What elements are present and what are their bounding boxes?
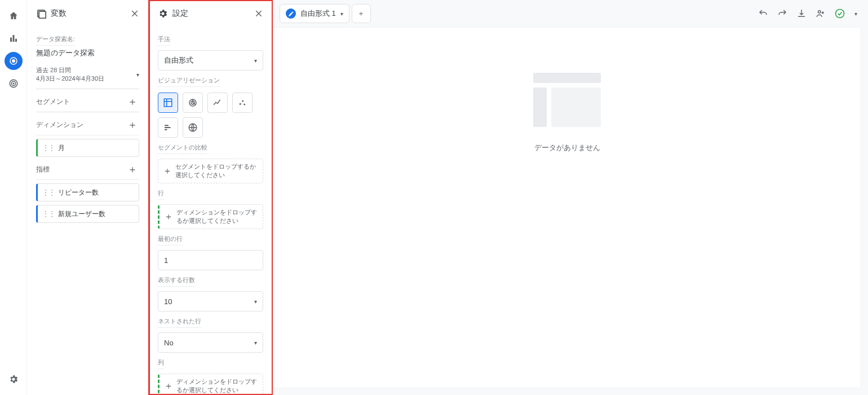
date-range-value: 4月3日～2024年4月30日: [36, 74, 136, 83]
chevron-down-icon: ▾: [136, 72, 139, 78]
variables-header: 変数: [27, 0, 148, 27]
add-segment-button[interactable]: ＋: [126, 95, 139, 108]
first-row-label: 最初の行: [158, 235, 183, 245]
canvas-body: データがありません: [273, 27, 861, 388]
exploration-name-value[interactable]: 無題のデータ探索: [36, 48, 139, 58]
svg-rect-1: [12, 35, 14, 42]
rows-drop-zone[interactable]: ＋ ディメンションをドロップするか選択してください: [158, 204, 263, 229]
close-variables-button[interactable]: [126, 5, 144, 23]
left-nav-rail: [0, 0, 27, 395]
status-button[interactable]: [831, 5, 849, 23]
dimension-chip-label: 月: [58, 143, 65, 153]
technique-select[interactable]: 自由形式 ▾: [158, 50, 263, 71]
svg-point-14: [242, 100, 243, 102]
date-range-picker[interactable]: 過去 28 日間 4月3日～2024年4月30日 ▾: [36, 63, 139, 89]
rows-show-label: 表示する行数: [158, 276, 195, 287]
metrics-label: 指標: [36, 165, 50, 174]
settings-title: 設定: [172, 8, 245, 19]
variables-icon: [36, 8, 46, 19]
chevron-down-icon: ▾: [340, 11, 343, 17]
empty-state-illustration: [533, 73, 601, 129]
rows-label: 行: [158, 189, 164, 200]
metric-chip-label: 新規ユーザー数: [58, 209, 105, 219]
canvas-toolbar: 自由形式 1 ▾ ＋ ▾: [273, 0, 868, 27]
svg-point-18: [836, 10, 844, 18]
nested-rows-value: No: [164, 339, 254, 347]
nav-home-icon[interactable]: [5, 7, 23, 25]
columns-drop-zone[interactable]: ＋ ディメンションをドロップするか選択してください: [158, 374, 263, 395]
variables-panel: 変数 データ探索名: 無題のデータ探索 過去 28 日間 4月3日～2024年4…: [27, 0, 149, 395]
svg-rect-0: [10, 38, 12, 42]
segment-comparison-label: セグメントの比較: [158, 143, 207, 154]
nav-admin-icon[interactable]: [5, 370, 23, 388]
segments-section: セグメント ＋: [36, 89, 139, 112]
rows-show-value: 10: [164, 297, 254, 306]
drag-handle-icon: ⋮⋮: [42, 188, 55, 196]
first-row-input[interactable]: 1: [158, 250, 263, 270]
share-button[interactable]: [812, 5, 830, 23]
columns-drop-text: ディメンションをドロップするか選択してください: [176, 378, 258, 394]
add-tab-button[interactable]: ＋: [352, 4, 371, 23]
svg-point-13: [240, 103, 241, 105]
svg-rect-2: [15, 39, 17, 42]
viz-bar-button[interactable]: [158, 117, 178, 138]
segments-label: セグメント: [36, 97, 70, 107]
exploration-name-label: データ探索名:: [36, 35, 75, 46]
canvas-area: 自由形式 1 ▾ ＋ ▾ データがありません: [273, 0, 868, 395]
dimensions-section: ディメンション ＋: [36, 112, 139, 135]
chevron-down-icon: ▾: [254, 58, 257, 64]
nav-explore-icon[interactable]: [5, 52, 23, 70]
variables-body: データ探索名: 無題のデータ探索 過去 28 日間 4月3日～2024年4月30…: [27, 27, 148, 395]
settings-panel: 設定 手法 自由形式 ▾ ビジュアリゼーション セグメントの比較 ＋ セグメント…: [149, 0, 273, 395]
variables-title: 変数: [51, 8, 121, 19]
visualization-picker: [158, 93, 263, 138]
viz-line-button[interactable]: [207, 93, 228, 113]
columns-label: 列: [158, 358, 164, 369]
visualization-label: ビジュアリゼーション: [158, 76, 220, 87]
rows-drop-text: ディメンションをドロップするか選択してください: [176, 208, 258, 225]
nested-rows-select[interactable]: No ▾: [158, 332, 263, 353]
metrics-section: 指標 ＋: [36, 157, 139, 180]
add-metric-button[interactable]: ＋: [126, 163, 139, 176]
metric-chip[interactable]: ⋮⋮ リピーター数: [36, 183, 139, 201]
close-settings-button[interactable]: [250, 5, 268, 23]
edit-icon: [286, 8, 296, 19]
svg-point-4: [12, 60, 15, 63]
add-dimension-button[interactable]: ＋: [126, 118, 139, 131]
chevron-down-icon: ▾: [254, 340, 257, 346]
first-row-value: 1: [164, 256, 168, 265]
nested-rows-label: ネストされた行: [158, 317, 201, 328]
svg-point-17: [818, 11, 821, 14]
svg-point-15: [243, 104, 245, 106]
drag-handle-icon: ⋮⋮: [42, 210, 55, 218]
segment-drop-zone[interactable]: ＋ セグメントをドロップするか選択してください: [158, 159, 263, 183]
dimensions-label: ディメンション: [36, 120, 83, 130]
viz-geo-button[interactable]: [183, 117, 203, 138]
technique-label: 手法: [158, 35, 170, 46]
nav-reports-icon[interactable]: [5, 29, 23, 47]
drag-handle-icon: ⋮⋮: [42, 144, 55, 152]
rows-show-select[interactable]: 10 ▾: [158, 291, 263, 311]
plus-icon: ＋: [164, 211, 173, 223]
tab-freeform-1[interactable]: 自由形式 1 ▾: [280, 4, 349, 23]
segment-drop-text: セグメントをドロップするか選択してください: [175, 163, 258, 179]
no-data-text: データがありません: [534, 143, 600, 153]
date-range-preset: 過去 28 日間: [36, 66, 136, 74]
svg-rect-10: [164, 99, 172, 107]
viz-donut-button[interactable]: [183, 93, 203, 113]
nav-advertising-icon[interactable]: [5, 74, 23, 93]
dimension-chip[interactable]: ⋮⋮ 月: [36, 139, 139, 157]
undo-button[interactable]: [754, 5, 772, 23]
download-button[interactable]: [792, 5, 811, 23]
svg-point-7: [13, 83, 14, 84]
status-dropdown[interactable]: ▾: [850, 5, 861, 23]
canvas-tools: ▾: [754, 5, 861, 23]
viz-scatter-button[interactable]: [232, 93, 253, 113]
redo-button[interactable]: [773, 5, 791, 23]
settings-header: 設定: [149, 0, 272, 27]
viz-table-button[interactable]: [158, 93, 178, 113]
technique-value: 自由形式: [164, 55, 254, 65]
metric-chip[interactable]: ⋮⋮ 新規ユーザー数: [36, 205, 139, 223]
settings-body: 手法 自由形式 ▾ ビジュアリゼーション セグメントの比較 ＋ セグメントをドロ…: [149, 27, 272, 395]
chevron-down-icon: ▾: [854, 11, 857, 17]
